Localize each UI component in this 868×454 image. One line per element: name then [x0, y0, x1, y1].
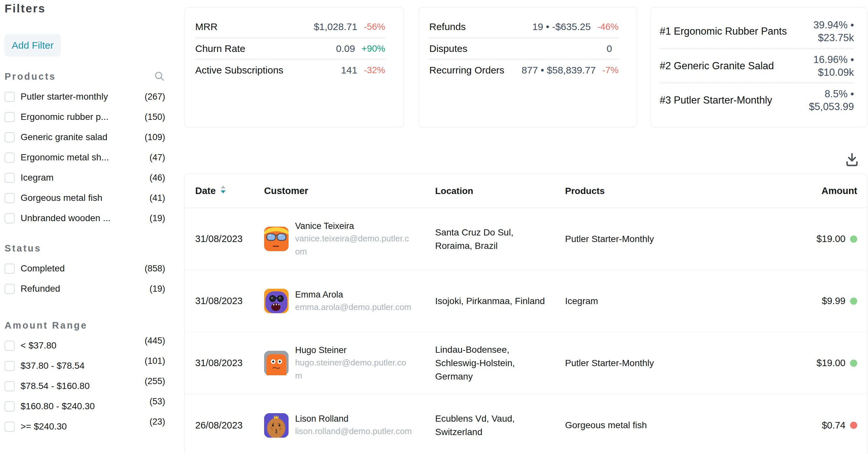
- order-amount: $19.00: [816, 358, 845, 368]
- customer-email: emma.arola@demo.putler.com: [295, 301, 412, 313]
- top-product-row: #2 Generic Granite Salad 16.96% • $10.09…: [660, 48, 854, 83]
- filter-item[interactable]: Putler starter-monthly(267): [5, 87, 165, 107]
- status-dot: [850, 298, 857, 305]
- filter-item-count: (109): [145, 132, 165, 143]
- table-row[interactable]: 31/08/2023 Vanice Teixeira vanice.teixei…: [185, 208, 867, 270]
- metric-value: $1,028.71: [314, 21, 357, 32]
- metric-label: Active Subscriptions: [195, 65, 335, 76]
- filter-item[interactable]: $160.80 - $240.30(53): [5, 396, 165, 417]
- table-row[interactable]: 31/08/2023 Emma Arola: [185, 270, 867, 332]
- filter-item-label: $160.80 - $240.30: [21, 401, 95, 412]
- customer-name: Lison Rolland: [295, 413, 412, 425]
- checkbox[interactable]: [5, 264, 15, 274]
- checkbox[interactable]: [5, 153, 15, 163]
- download-icon: [843, 164, 861, 169]
- table-row[interactable]: 26/08/2023 Lison Rolland lison.rolland@d…: [185, 394, 867, 454]
- top-product-percent: 8.5% •: [803, 88, 854, 100]
- checkbox[interactable]: [5, 193, 15, 203]
- download-button[interactable]: [843, 151, 861, 169]
- top-product-value: 8.5% • $5,053.99: [803, 88, 854, 113]
- order-amount: $19.00: [816, 234, 845, 244]
- metric-delta: +90%: [362, 43, 385, 54]
- status-dot: [850, 360, 857, 367]
- table-header: Date Customer Location Products Amount: [185, 174, 867, 208]
- filter-item[interactable]: Generic granite salad(109): [5, 127, 165, 147]
- filter-section-amount-range: Amount Range < $37.80(445) $37.80 - $78.…: [5, 320, 165, 437]
- filter-item[interactable]: Completed(858): [5, 259, 165, 279]
- filter-item[interactable]: Refunded(19): [5, 279, 165, 299]
- orders-metrics-card: Refunds 19 • -$635.25 -46% Disputes 0 Re…: [418, 7, 637, 127]
- metric-value: 877 • $58,839.77: [522, 65, 596, 76]
- order-location: Ecublens Vd, Vaud, Switzerland: [435, 412, 565, 438]
- filter-section-products: Products Putler starter-monthly(267) Erg…: [5, 71, 165, 228]
- column-header-location: Location: [435, 186, 473, 196]
- metric-label: Recurring Orders: [429, 65, 515, 76]
- top-product-label: #3 Putler Starter-Monthly: [660, 94, 803, 107]
- filter-item-count: (47): [150, 153, 165, 163]
- filter-item[interactable]: Gorgeous metal fish(41): [5, 188, 165, 208]
- filters-title: Filters: [5, 2, 165, 15]
- top-product-percent: 39.94% •: [803, 19, 854, 31]
- order-product: Icegram: [565, 296, 735, 306]
- sort-icon[interactable]: [220, 185, 226, 197]
- filter-item-count: (19): [150, 213, 165, 223]
- search-icon[interactable]: [154, 71, 165, 82]
- filter-item[interactable]: Unbranded wooden ...(19): [5, 208, 165, 228]
- filter-item-label: Unbranded wooden ...: [21, 213, 111, 223]
- metric-row: Churn Rate 0.09 +90%: [195, 37, 385, 59]
- filter-item[interactable]: $37.80 - $78.54(101): [5, 356, 165, 376]
- checkbox[interactable]: [5, 173, 15, 183]
- section-title-status: Status: [5, 243, 41, 254]
- metric-row: Refunds 19 • -$635.25 -46%: [429, 16, 619, 37]
- metric-row: Active Subscriptions 141 -32%: [195, 59, 385, 81]
- checkbox[interactable]: [5, 92, 15, 102]
- checkbox[interactable]: [5, 112, 15, 122]
- customer-email: lison.rolland@demo.putler.com: [295, 425, 412, 438]
- filter-item[interactable]: $78.54 - $160.80(255): [5, 376, 165, 396]
- filter-item-label: Icegram: [21, 173, 54, 183]
- checkbox[interactable]: [5, 361, 15, 371]
- column-header-customer: Customer: [264, 185, 308, 196]
- filter-item[interactable]: Icegram(46): [5, 168, 165, 188]
- checkbox[interactable]: [5, 381, 15, 391]
- filter-item-label: Completed: [21, 263, 65, 274]
- table-row[interactable]: 31/08/2023 Hugo Steiner hugo.steiner@dem…: [185, 332, 867, 394]
- metric-row: MRR $1,028.71 -56%: [195, 16, 385, 37]
- orders-table: Date Customer Location Products Amount 3…: [184, 174, 867, 454]
- filter-item-label: Ergonomic metal sh...: [21, 152, 109, 163]
- filter-item[interactable]: Ergonomic rubber p...(150): [5, 107, 165, 127]
- metric-delta: -32%: [364, 65, 385, 75]
- filter-item-label: Generic granite salad: [21, 132, 107, 143]
- checkbox[interactable]: [5, 341, 15, 351]
- filter-item-count: (267): [145, 92, 165, 102]
- metric-value: 0.09: [336, 43, 355, 54]
- checkbox[interactable]: [5, 132, 15, 143]
- customer-name: Vanice Teixeira: [295, 220, 412, 232]
- top-product-row: #1 Ergonomic Rubber Pants 39.94% • $23.7…: [660, 14, 854, 48]
- order-date: 26/08/2023: [185, 420, 264, 431]
- checkbox[interactable]: [5, 422, 15, 432]
- filter-item[interactable]: Ergonomic metal sh...(47): [5, 147, 165, 168]
- top-product-value: 39.94% • $23.75k: [803, 19, 854, 44]
- top-products-card: #1 Ergonomic Rubber Pants 39.94% • $23.7…: [650, 7, 867, 127]
- checkbox[interactable]: [5, 401, 15, 412]
- status-dot: [850, 236, 857, 243]
- filter-item-count: (19): [150, 284, 165, 294]
- avatar-monster-purple-mouth: [264, 289, 288, 313]
- checkbox[interactable]: [5, 213, 15, 223]
- filter-item-label: < $37.80: [21, 340, 57, 351]
- filter-item[interactable]: < $37.80(445): [5, 335, 165, 356]
- top-product-value: 16.96% • $10.09k: [803, 53, 854, 79]
- column-header-date[interactable]: Date: [195, 185, 216, 196]
- filter-item-count: (255): [145, 376, 165, 386]
- filter-item-label: $37.80 - $78.54: [21, 361, 85, 371]
- avatar-monster-orange-gray: [264, 351, 288, 375]
- filter-item[interactable]: >= $240.30(23): [5, 417, 165, 437]
- add-filter-button[interactable]: Add Filter: [5, 34, 61, 57]
- metric-value: 19 • -$635.25: [532, 21, 591, 32]
- order-location: Lindau-Bodensee, Schleswig-Holstein, Ger…: [435, 343, 565, 383]
- status-dot: [850, 422, 857, 429]
- metric-value: 141: [341, 65, 358, 76]
- checkbox[interactable]: [5, 284, 15, 294]
- order-location: Santa Cruz Do Sul, Roraima, Brazil: [435, 226, 565, 252]
